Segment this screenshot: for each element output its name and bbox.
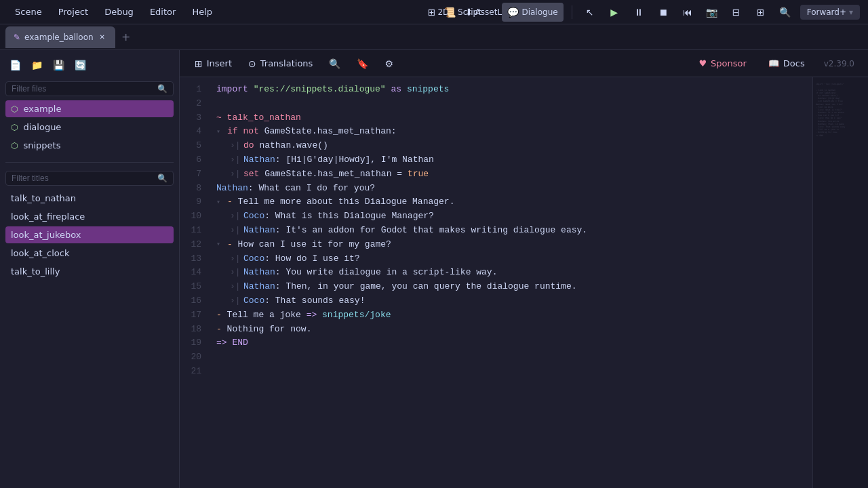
zoom-button[interactable]: 🔍 (776, 3, 795, 22)
file-item-snippets[interactable]: ⬡ snippets (5, 137, 174, 154)
search-button[interactable]: 🔍 (322, 55, 347, 73)
tab-close-button[interactable]: ✕ (98, 33, 107, 42)
editor-toolbar-right: ♥ Sponsor 📖 Docs v2.39.0 (690, 55, 860, 72)
open-file-button[interactable]: 📁 (27, 56, 46, 75)
code-line-12: ▾- How can I use it for my game? (216, 238, 804, 252)
code-container: 12345 678910 1112131415 1617181920 21 im… (180, 77, 868, 488)
save-icon: 💾 (53, 60, 64, 70)
editor-area: ⊞ Insert ⊙ Translations 🔍 🔖 ⚙ ♥ Sponsor (180, 50, 868, 488)
menu-editor[interactable]: Editor (143, 4, 182, 20)
new-file-button[interactable]: 📄 (5, 56, 24, 75)
main-layout: 📄 📁 💾 🔄 🔍 ⬡ example ⬡ dialogue (0, 50, 868, 488)
grid-button[interactable]: ⊞ (751, 3, 770, 22)
tab-add-button[interactable]: + (118, 29, 134, 45)
code-line-19: => END (216, 336, 804, 350)
folder-icon: 📁 (31, 60, 43, 70)
file-item-dialogue[interactable]: ⬡ dialogue (5, 119, 174, 136)
step-button[interactable]: ⏮ (678, 3, 697, 22)
book-icon: 📖 (768, 58, 779, 68)
mode-dialogue-button[interactable]: 💬 Dialogue (502, 3, 563, 22)
code-line-1: import "res://snippets.dialogue" as snip… (216, 83, 804, 97)
mode-assetlib-button[interactable]: ⬇ AssetLib (477, 3, 496, 22)
stop-button[interactable]: ⏹ (654, 3, 673, 22)
search-icon[interactable]: 🔍 (157, 84, 167, 94)
translations-label: Translations (260, 58, 313, 68)
filter-files-row: 🔍 (5, 81, 174, 96)
pause-button[interactable]: ⏸ (629, 3, 648, 22)
tab-example-balloon[interactable]: ✎ example_balloon ✕ (5, 26, 115, 48)
code-editor[interactable]: import "res://snippets.dialogue" as snip… (208, 77, 812, 488)
settings-icon: ⚙ (384, 58, 393, 69)
settings-button[interactable]: ⚙ (378, 55, 400, 73)
dialogue-file-icon: ✎ (14, 33, 20, 42)
grid2-icon: ⊞ (757, 7, 765, 18)
bookmark-button[interactable]: 🔖 (350, 55, 375, 73)
file-label: example (23, 104, 61, 114)
code-line-3: ~ talk_to_nathan (216, 111, 804, 125)
zoom-icon: 🔍 (779, 7, 791, 18)
play-icon: ▶ (610, 7, 618, 18)
camera-button[interactable]: 📷 (703, 3, 722, 22)
toolbar-right: ⊞ 2D 📜 Script ⬇ AssetLib 💬 Dialogue ↖ ▶ … (429, 3, 860, 22)
file-list: ⬡ example ⬡ dialogue ⬡ snippets (5, 100, 174, 154)
menu-scene[interactable]: Scene (8, 4, 49, 20)
code-line-18: - Nothing for now. (216, 323, 804, 337)
code-line-14: ›|Nathan: You write dialogue in a script… (216, 266, 804, 280)
dialogue-icon: 💬 (507, 7, 519, 18)
save-button[interactable]: 💾 (49, 56, 68, 75)
title-list: talk_to_nathan look_at_fireplace look_at… (5, 190, 174, 280)
forward-label: Forward+ (807, 7, 846, 17)
pointer-icon: ↖ (586, 7, 594, 18)
file-dialogue-icon3: ⬡ (11, 141, 18, 150)
title-look-at-clock[interactable]: look_at_clock (5, 245, 174, 262)
file-label: snippets (23, 140, 60, 150)
filter-files-input[interactable] (12, 84, 153, 94)
forward-button[interactable]: Forward+ ▾ (800, 5, 860, 20)
insert-button[interactable]: ⊞ Insert (188, 55, 239, 73)
file-label: dialogue (23, 122, 61, 132)
code-line-16: ›|Coco: That sounds easy! (216, 294, 804, 308)
heart-icon: ♥ (698, 58, 707, 68)
pointer-tool[interactable]: ↖ (580, 3, 599, 22)
new-file-icon: 📄 (9, 60, 21, 70)
version-label: v2.39.0 (818, 59, 860, 68)
file-dialogue-icon2: ⬡ (11, 123, 18, 132)
code-line-10: ›|Coco: What is this Dialogue Manager? (216, 209, 804, 224)
menu-help[interactable]: Help (185, 4, 219, 20)
code-line-4: ▾if not GameState.has_met_nathan: (216, 125, 804, 139)
title-talk-to-lilly[interactable]: talk_to_lilly (5, 263, 174, 280)
menu-bar: Scene Project Debug Editor Help ⊞ 2D 📜 S… (0, 0, 868, 24)
translations-button[interactable]: ⊙ Translations (241, 55, 319, 73)
menu-project[interactable]: Project (52, 4, 95, 20)
filter-titles-row: 🔍 (5, 171, 174, 186)
file-item-example[interactable]: ⬡ example (5, 100, 174, 117)
insert-label: Insert (207, 58, 232, 68)
code-line-15: ›|Nathan: Then, in your game, you can qu… (216, 280, 804, 294)
sponsor-label: Sponsor (711, 58, 747, 68)
title-look-at-fireplace[interactable]: look_at_fireplace (5, 208, 174, 225)
menu-debug[interactable]: Debug (98, 4, 140, 20)
filter-titles-input[interactable] (12, 174, 153, 183)
code-line-13: ›|Coco: How do I use it? (216, 252, 804, 266)
title-talk-to-nathan[interactable]: talk_to_nathan (5, 190, 174, 207)
search-titles-icon[interactable]: 🔍 (157, 174, 167, 183)
minimap-content: import "res://snippets" ~ talk_to_nathan… (813, 77, 868, 142)
code-line-17: - Tell me a joke => snippets/joke (216, 308, 804, 323)
tab-label: example_balloon (24, 33, 94, 42)
search-editor-icon: 🔍 (329, 58, 340, 69)
line-numbers: 12345 678910 1112131415 1617181920 21 (180, 77, 208, 488)
play-button[interactable]: ▶ (605, 3, 624, 22)
bookmark-icon: 🔖 (357, 58, 368, 69)
code-line-5: ›|do nathan.wave() (216, 139, 804, 153)
title-look-at-jukebox[interactable]: look_at_jukebox (5, 226, 174, 243)
code-line-7: ›|set GameState.has_met_nathan = true (216, 167, 804, 182)
code-line-20 (216, 350, 804, 365)
mode-dialogue-label: Dialogue (521, 7, 557, 17)
layout-button[interactable]: ⊟ (727, 3, 746, 22)
search-replace-button[interactable]: 🔄 (71, 56, 90, 75)
code-line-21 (216, 365, 804, 379)
docs-button[interactable]: 📖 Docs (760, 55, 813, 72)
grid-icon: ⊞ (428, 7, 436, 18)
camera-icon: 📷 (706, 7, 717, 18)
sponsor-button[interactable]: ♥ Sponsor (690, 55, 754, 72)
